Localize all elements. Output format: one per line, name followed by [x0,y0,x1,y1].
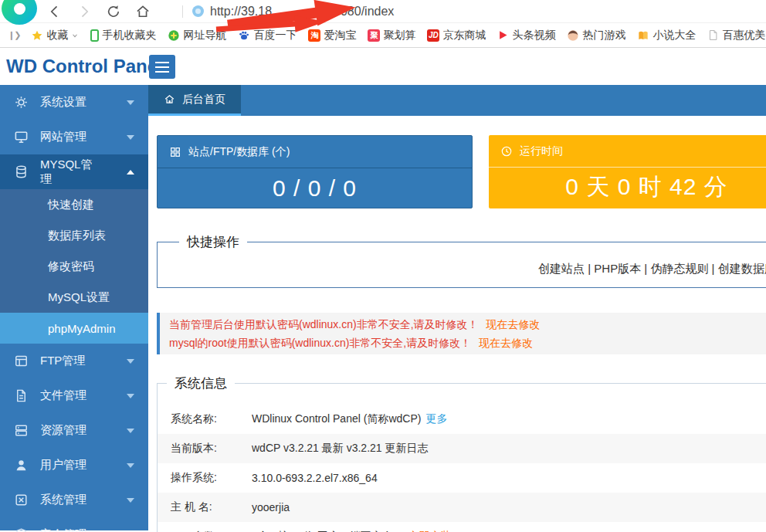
sidebar-item-system-settings[interactable]: 系统设置 [0,85,148,120]
bookmark-label: 小说大全 [652,29,696,42]
bookmark-toutiao-video[interactable]: 头条视频 [497,29,555,42]
table-row: 当前版本: wdCP v3.2.21 最新 v3.2.21 更新日志 [158,434,766,463]
system-info-table: 系统名称: WDlinux Control Panel (简称wdCP) 更多 … [158,405,766,532]
sidebar-item-system-management[interactable]: 系统管理 [0,483,148,517]
sidebar-item-label: 网站管理 [40,130,86,144]
stat-card-title: 站点/FTP/数据库 (个) [188,145,290,159]
bookmark-label: 爱淘宝 [324,29,356,42]
stats-row: 站点/FTP/数据库 (个) 0 / 0 / 0 运行时间 0 天 0 时 42… [157,135,766,208]
forward-icon[interactable] [76,3,93,20]
fix-now-link[interactable]: 现在去修改 [486,318,540,330]
server-icon [14,423,29,438]
home-icon[interactable] [134,3,151,20]
nav-plus-icon [168,29,180,42]
sidebar-item-resource-management[interactable]: 资源管理 [0,413,148,448]
bookmark-mobile-favorites[interactable]: 手机收藏夹 [90,29,156,42]
url-prefix: http://39.18 [210,5,272,19]
warning-text: 当前管理后台使用默认密码(wdlinux.cn)非常不安全,请及时修改！ [169,318,479,330]
bookmark-baidu[interactable]: 百度一下 [238,29,297,42]
bookmark-jd[interactable]: JD 京东商城 [427,29,486,42]
back-icon[interactable] [46,3,63,20]
bookmark-label: 网址导航 [183,29,226,42]
sidebar-item-ftp-management[interactable]: FTP管理 [0,344,148,378]
chevron-down-icon [127,100,134,109]
shield-icon [14,527,29,532]
sidebar-item-label: MYSQL管理 [40,158,103,187]
dashboard-content: 站点/FTP/数据库 (个) 0 / 0 / 0 运行时间 0 天 0 时 42… [148,116,766,532]
paw-icon [238,29,250,42]
row-value: wdCP v3.2.21 最新 v3.2.21 更新日志 [252,442,429,456]
bookmarks-collapse-icon[interactable]: ❙❯ [8,30,20,40]
bookmark-label: 热门游戏 [582,29,625,42]
stat-card-counts[interactable]: 站点/FTP/数据库 (个) 0 / 0 / 0 [157,135,473,208]
warning-text: mysql的root使用默认密码(wdlinux.cn)非常不安全,请及时修改！ [169,337,471,349]
bookmark-juhuasuan[interactable]: 聚 聚划算 [368,29,415,42]
quick-link-create-site[interactable]: 创建站点 [538,262,585,275]
stat-card-title: 运行时间 [520,144,563,158]
table-row: 操作系统: 3.10.0-693.2.2.el7.x86_64 [158,463,766,493]
tab-dashboard-home[interactable]: 后台首页 [148,85,241,116]
grid-icon [169,146,181,158]
stat-card-uptime[interactable]: 运行时间 0 天 0 时 42 分 [489,135,766,208]
sidebar-item-website-management[interactable]: 网站管理 [0,120,148,154]
clock-icon [500,145,513,158]
row-label: 当前版本: [171,442,252,456]
bookmark-site-navigation[interactable]: 网址导航 [168,29,226,42]
file-icon [14,388,29,403]
quick-actions-panel: 快捷操作 创建站点PHP版本伪静态规则创建数据库phpMyAdmin创建FTP [157,233,766,288]
bookmark-baihui[interactable]: 百惠优美 [707,29,765,42]
browser-toolbar: http://39.18 8080/index [0,0,766,23]
warning-line: 当前管理后台使用默认密码(wdlinux.cn)非常不安全,请及时修改！ 现在去… [169,315,766,334]
submenu-item-phpmyadmin[interactable]: phpMyAdmin [0,313,148,344]
sidebar-item-security-management[interactable]: 安全管理 [0,517,148,532]
sidebar-item-mysql-management[interactable]: MYSQL管理 [0,154,148,189]
gear-icon [14,95,29,110]
user-icon [14,458,29,473]
submenu-item-change-password[interactable]: 修改密码 [0,251,148,282]
refresh-icon[interactable] [105,3,122,20]
chevron-down-icon [127,429,134,437]
taobao-icon: 淘 [308,29,320,42]
more-link[interactable]: 更多 [425,412,447,426]
bookmark-novels[interactable]: 小说大全 [637,29,696,42]
row-value: WDlinux Control Panel (简称wdCP) [252,412,421,426]
avatar-icon [567,29,579,42]
quick-link-php-version[interactable]: PHP版本 [585,262,641,275]
sidebar-item-label: 系统设置 [40,95,86,110]
row-label: 主 机 名: [171,500,252,514]
sidebar-item-file-management[interactable]: 文件管理 [0,378,148,413]
quick-link-rewrite-rules[interactable]: 伪静态规则 [641,262,708,275]
submenu-item-mysql-settings[interactable]: MySQL设置 [0,282,148,313]
submenu-item-quick-create[interactable]: 快速创建 [0,189,148,220]
list-card-icon [14,354,29,368]
sidebar-item-label: FTP管理 [40,354,85,368]
table-row: CPU参数: 1个 1核 64位 开启云锁更安全， 立即安装 [158,522,766,532]
bookmark-aitaobao[interactable]: 淘 爱淘宝 [308,29,356,42]
sidebar: 系统设置 网站管理 MYSQL管理 快速创建 数据库列表 修改密码 MySQL设… [0,85,148,530]
menu-toggle-button[interactable] [149,55,175,79]
site-icon [192,5,204,17]
row-value: 3.10.0-693.2.2.el7.x86_64 [252,472,378,484]
brand-title: WD Control Panel [0,56,163,77]
home-icon [164,93,175,105]
monitor-icon [14,130,29,144]
chevron-down-icon [127,135,134,144]
main-area: 后台首页 站点/FTP/数据库 (个) 0 / 0 / 0 运行时间 [148,85,766,530]
address-bar[interactable]: http://39.18 8080/index [210,5,394,19]
stat-card-value: 0 / 0 / 0 [158,168,472,208]
system-info-title: 系统信息 [167,374,235,392]
submenu-item-database-list[interactable]: 数据库列表 [0,220,148,251]
browser-logo-icon[interactable] [2,0,37,25]
bookmark-hot-games[interactable]: 热门游戏 [567,29,625,42]
row-label: 系统名称: [171,412,252,426]
quick-link-create-database[interactable]: 创建数据库 [708,262,766,275]
sidebar-item-user-management[interactable]: 用户管理 [0,448,148,483]
row-label: 操作系统: [171,471,252,485]
bookmark-favorites[interactable]: 收藏 [31,29,79,42]
fix-now-link[interactable]: 现在去修改 [479,337,533,349]
panel-header: WD Control Panel [0,48,766,85]
tab-label: 后台首页 [182,93,225,107]
bookmark-label: 百度一下 [253,29,297,42]
chevron-down-icon [127,394,134,402]
sidebar-item-label: 文件管理 [40,388,86,403]
